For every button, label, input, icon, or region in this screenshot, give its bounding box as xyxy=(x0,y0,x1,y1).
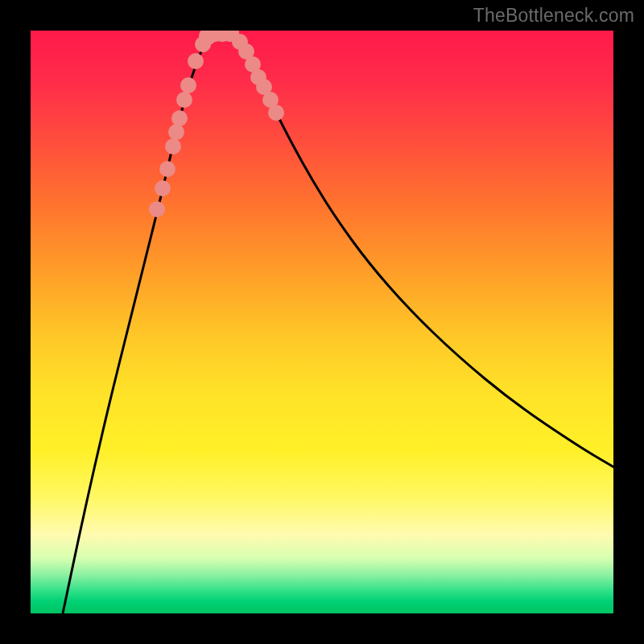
data-dot xyxy=(155,180,171,196)
data-dot xyxy=(188,53,204,69)
data-dot xyxy=(176,92,192,108)
watermark-text: TheBottleneck.com xyxy=(473,5,634,27)
data-dot xyxy=(165,138,181,155)
data-dot xyxy=(171,110,188,126)
data-dot xyxy=(268,105,284,121)
data-dot xyxy=(149,201,165,217)
data-dot xyxy=(159,161,175,177)
curve-left-curve xyxy=(63,32,212,613)
curve-right-curve xyxy=(232,32,613,467)
curve-layer xyxy=(31,31,613,613)
chart-frame: TheBottleneck.com xyxy=(0,0,644,644)
plot-area xyxy=(31,31,613,613)
data-dot xyxy=(168,124,184,140)
data-dot xyxy=(180,77,196,93)
